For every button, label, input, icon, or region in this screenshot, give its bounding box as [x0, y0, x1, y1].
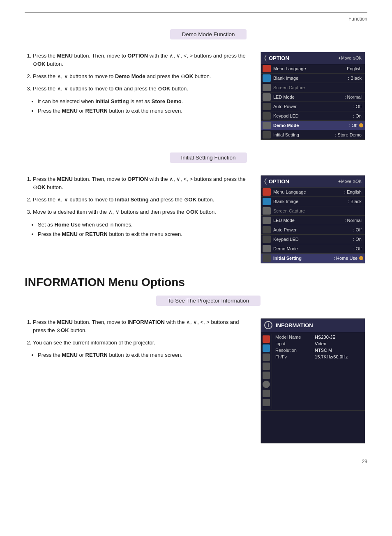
osd-icon-menu [263, 65, 271, 72]
bottom-rule [25, 456, 367, 456]
information-osd: i INFORMATION [261, 318, 367, 444]
top-rule [25, 12, 367, 13]
demo-osd-header: 〈 OPTION ✦Move ⊙OK [261, 52, 365, 64]
initial-osd-box: 〈 OPTION ✦Move ⊙OK Menu Language : Engli… [261, 175, 365, 263]
info-step-2: You can see the current information of t… [33, 339, 252, 347]
info-icon-1 [263, 335, 270, 343]
demo-step-2: Press the ∧, ∨ buttons to move to Demo M… [33, 72, 252, 81]
top-label: Function [25, 16, 367, 22]
init-osd-icon-initial [263, 254, 271, 262]
init-osd-row-menu-language: Menu Language : English [261, 187, 365, 197]
initial-osd-title: 〈 OPTION [264, 178, 289, 185]
info-step-1: Press the MENU button. Then, move to INF… [33, 318, 252, 335]
initial-osd-header: 〈 OPTION ✦Move ⊙OK [261, 176, 365, 187]
osd-icon-capture [263, 84, 271, 91]
init-osd-row-blank-image: Blank Image : Black [261, 197, 365, 206]
initial-step-1: Press the MENU button. Then, move to OPT… [33, 175, 252, 192]
information-steps: Press the MENU button. Then, move to INF… [33, 318, 252, 347]
osd-icon-power [263, 103, 271, 110]
info-icon-7 [263, 390, 270, 397]
information-heading: INFORMATION Menu Options [25, 276, 367, 289]
osd-icon-keypad [263, 112, 271, 120]
init-osd-row-auto-power: Auto Power : Off [261, 225, 365, 235]
osd-selected-indicator [359, 123, 363, 127]
osd-icon-demo [263, 122, 271, 129]
osd-icon-led [263, 93, 271, 101]
init-osd-icon-menu [263, 188, 271, 196]
init-osd-row-keypad-led: Keypad LED : On [261, 235, 365, 244]
osd-row-blank-image: Blank Image : Black [261, 74, 365, 83]
init-osd-row-initial-setting: Initial Setting : Home Use [261, 254, 365, 263]
info-osd-header: i INFORMATION [261, 319, 365, 332]
info-osd-box: i INFORMATION [261, 318, 365, 444]
init-osd-icon-blank [263, 198, 271, 205]
initial-osd-nav: ✦Move ⊙OK [338, 179, 362, 184]
demo-bullet-2: Press the MENU or RETURN button to exit … [38, 107, 252, 115]
info-icon-3 [263, 353, 270, 361]
demo-step-3: Press the ∧, ∨ buttons to move to On and… [33, 85, 252, 93]
initial-setting-pill: Initial Setting Function [170, 152, 247, 163]
demo-bullet-1: It can be selected when Initial Setting … [38, 97, 252, 106]
initial-setting-section: Initial Setting Function Press the MENU … [25, 152, 367, 263]
info-side-icons [263, 334, 272, 409]
info-icon-circle: i [264, 321, 272, 329]
osd-row-keypad-led: Keypad LED : On [261, 111, 365, 121]
demo-mode-section: Demo Mode Function Press the MENU button… [25, 29, 367, 140]
init-osd-icon-keypad [263, 236, 271, 243]
osd-row-initial-setting: Initial Setting : Store Demo [261, 130, 365, 140]
demo-osd-box: 〈 OPTION ✦Move ⊙OK Menu Language : Engli… [261, 52, 365, 140]
information-section: INFORMATION Menu Options To See The Proj… [25, 276, 367, 444]
info-row-fhfv: Fh/Fv : 15.7KHz/60.0Hz [275, 353, 363, 360]
info-row-resolution: Resolution : NTSC M [275, 347, 363, 353]
demo-osd-title: 〈 OPTION [264, 54, 289, 62]
demo-mode-block: Press the MENU button. Then, move to OPT… [25, 52, 367, 140]
info-icon-8 [263, 399, 270, 406]
initial-setting-text: Press the MENU button. Then, move to OPT… [25, 175, 252, 240]
demo-mode-bullets: It can be selected when Initial Setting … [38, 97, 252, 115]
info-icon-5 [263, 372, 270, 379]
info-icon-4 [263, 363, 270, 370]
info-row-input: Input : Video [275, 340, 363, 347]
init-osd-row-led-mode: LED Mode : Normal [261, 216, 365, 225]
init-osd-row-demo-mode: Demo Mode : Off [261, 244, 365, 254]
demo-osd-nav: ✦Move ⊙OK [338, 56, 362, 60]
initial-setting-osd: 〈 OPTION ✦Move ⊙OK Menu Language : Engli… [261, 175, 367, 263]
information-block: Press the MENU button. Then, move to INF… [25, 318, 367, 444]
information-text: Press the MENU button. Then, move to INF… [25, 318, 252, 361]
info-osd-content: Model Name : HS200-JE Input : Video Reso… [261, 332, 365, 410]
demo-mode-steps: Press the MENU button. Then, move to OPT… [33, 52, 252, 93]
demo-mode-osd: 〈 OPTION ✦Move ⊙OK Menu Language : Engli… [261, 52, 367, 140]
init-osd-selected-indicator [359, 256, 363, 260]
page-number: 29 [25, 459, 367, 464]
initial-setting-bullets: Set as Home Use when used in homes. Pres… [38, 221, 252, 238]
initial-step-2: Press the ∧, ∨ buttons to move to Initia… [33, 196, 252, 204]
init-osd-icon-capture [263, 207, 271, 215]
page: Function Demo Mode Function Press the ME… [0, 0, 392, 536]
osd-row-led-mode: LED Mode : Normal [261, 92, 365, 102]
info-data-content: Model Name : HS200-JE Input : Video Reso… [275, 334, 363, 409]
osd-icon-blank [263, 74, 271, 82]
demo-step-1: Press the MENU button. Then, move to OPT… [33, 52, 252, 68]
info-bullet-1: Press the MENU or RETURN button to exit … [38, 351, 252, 359]
init-osd-row-screen-capture: Screen Capture [261, 206, 365, 216]
initial-bullet-2: Press the MENU or RETURN button to exit … [38, 230, 252, 238]
osd-row-menu-language: Menu Language : English [261, 64, 365, 74]
info-row-model-name: Model Name : HS200-JE [275, 334, 363, 340]
initial-bullet-1: Set as Home Use when used in homes. [38, 221, 252, 229]
initial-setting-steps: Press the MENU button. Then, move to OPT… [33, 175, 252, 217]
initial-step-3: Move to a desired item with the ∧, ∨ but… [33, 208, 252, 216]
information-bullets: Press the MENU or RETURN button to exit … [38, 351, 252, 359]
init-osd-icon-led [263, 217, 271, 224]
demo-mode-text: Press the MENU button. Then, move to OPT… [25, 52, 252, 117]
init-osd-icon-demo [263, 245, 271, 252]
info-osd-empty [261, 410, 365, 443]
information-pill: To See The Projector Information [156, 296, 261, 306]
info-osd-title: INFORMATION [276, 322, 313, 328]
demo-mode-pill: Demo Mode Function [170, 29, 246, 39]
osd-row-auto-power: Auto Power : Off [261, 102, 365, 111]
osd-row-demo-mode: Demo Mode : Off [261, 121, 365, 130]
initial-setting-block: Press the MENU button. Then, move to OPT… [25, 175, 367, 263]
info-icon-2 [263, 344, 270, 352]
init-osd-icon-power [263, 226, 271, 233]
info-icon-6 [263, 381, 270, 388]
